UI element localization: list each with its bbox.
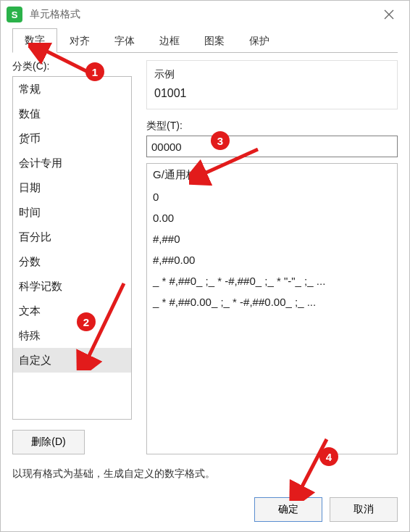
type-item[interactable]: _ * #,##0_ ;_ * -#,##0_ ;_ * "-"_ ;_ ... bbox=[147, 270, 397, 291]
category-item-currency[interactable]: 货币 bbox=[13, 126, 131, 151]
tab-border[interactable]: 边框 bbox=[147, 28, 192, 53]
type-item[interactable]: G/通用格式 bbox=[147, 164, 397, 186]
type-item[interactable]: 0 bbox=[147, 186, 397, 207]
type-item[interactable]: 0.00 bbox=[147, 207, 397, 228]
type-input[interactable] bbox=[146, 136, 398, 157]
type-item[interactable]: _ * #,##0.00_ ;_ * -#,##0.00_ ;_ ... bbox=[147, 291, 397, 312]
category-label: 分类(C): bbox=[12, 60, 132, 73]
type-item[interactable]: #,##0 bbox=[147, 228, 397, 249]
category-item-time[interactable]: 时间 bbox=[13, 200, 131, 225]
cancel-button[interactable]: 取消 bbox=[330, 497, 398, 522]
hint-text: 以现有格式为基础，生成自定义的数字格式。 bbox=[12, 467, 398, 481]
category-item-custom[interactable]: 自定义 bbox=[13, 348, 131, 373]
category-item-general[interactable]: 常规 bbox=[13, 77, 131, 101]
dialog-window: S 单元格格式 数字 对齐 字体 边框 图案 保护 分类(C): 常规 数值 货… bbox=[0, 0, 410, 532]
tab-pattern[interactable]: 图案 bbox=[192, 28, 237, 53]
delete-button[interactable]: 删除(D) bbox=[12, 430, 85, 454]
app-icon: S bbox=[7, 7, 22, 22]
titlebar: S 单元格格式 bbox=[1, 1, 409, 28]
tab-number[interactable]: 数字 bbox=[12, 28, 57, 53]
example-label: 示例 bbox=[154, 68, 390, 81]
close-icon bbox=[384, 9, 394, 20]
window-title: 单元格格式 bbox=[30, 8, 375, 21]
tab-protect[interactable]: 保护 bbox=[237, 28, 282, 53]
ok-button[interactable]: 确定 bbox=[254, 497, 322, 522]
type-list[interactable]: G/通用格式 0 0.00 #,##0 #,##0.00 _ * #,##0_ … bbox=[146, 163, 398, 454]
category-item-scientific[interactable]: 科学记数 bbox=[13, 274, 131, 299]
tab-content: 分类(C): 常规 数值 货币 会计专用 日期 时间 百分比 分数 科学记数 文… bbox=[1, 53, 409, 488]
type-label: 类型(T): bbox=[146, 120, 398, 133]
category-item-accounting[interactable]: 会计专用 bbox=[13, 151, 131, 175]
tab-align[interactable]: 对齐 bbox=[57, 28, 102, 53]
category-item-text[interactable]: 文本 bbox=[13, 299, 131, 323]
close-button[interactable] bbox=[375, 4, 403, 25]
category-item-date[interactable]: 日期 bbox=[13, 175, 131, 200]
dialog-buttons: 确定 取消 bbox=[1, 488, 409, 531]
category-item-number[interactable]: 数值 bbox=[13, 101, 131, 126]
category-list[interactable]: 常规 数值 货币 会计专用 日期 时间 百分比 分数 科学记数 文本 特殊 自定… bbox=[12, 76, 132, 420]
example-value: 01001 bbox=[154, 87, 390, 100]
category-item-fraction[interactable]: 分数 bbox=[13, 249, 131, 274]
example-panel: 示例 01001 bbox=[146, 60, 398, 109]
tabstrip: 数字 对齐 字体 边框 图案 保护 bbox=[12, 28, 398, 53]
tab-font[interactable]: 字体 bbox=[102, 28, 147, 53]
type-item[interactable]: #,##0.00 bbox=[147, 249, 397, 270]
category-item-special[interactable]: 特殊 bbox=[13, 323, 131, 348]
category-item-percent[interactable]: 百分比 bbox=[13, 225, 131, 249]
